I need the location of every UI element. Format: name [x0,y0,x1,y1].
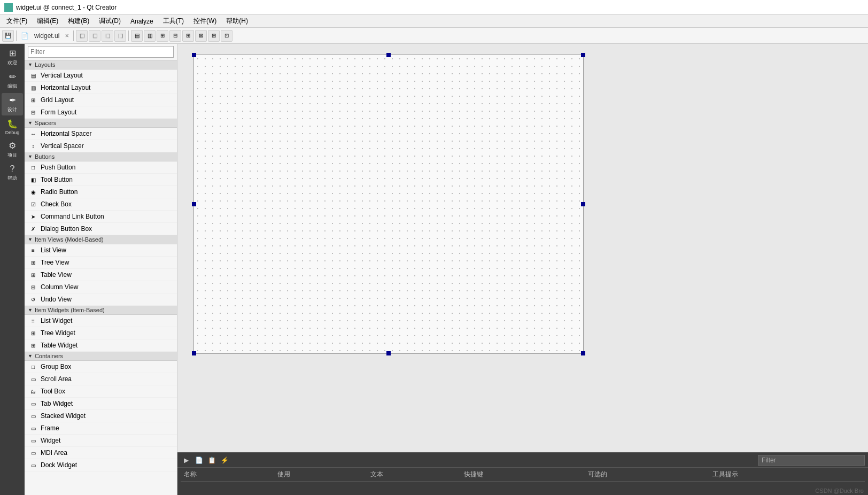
main-layout: ⊞欢迎✏编辑✒设计🐛Debug⚙项目?帮助 ▼Layouts▤Vertical … [0,44,868,495]
handle-mr[interactable] [581,202,585,206]
tb-btn-1[interactable]: ⬚ [76,30,88,42]
menu-bar: 文件(F)编辑(E)构建(B)调试(D)Analyze工具(T)控件(W)帮助(… [0,15,868,28]
widget-item-DockWidget[interactable]: ▭Dock Widget [25,459,177,471]
sidebar-item-help[interactable]: ?帮助 [2,162,23,184]
widget-icon-TableWidget: ⊞ [29,341,37,350]
widget-item-ColumnView[interactable]: ⊟Column View [25,281,177,293]
widget-item-CheckBox[interactable]: ☑Check Box [25,198,177,211]
widget-item-RadioButton[interactable]: ◉Radio Button [25,186,177,198]
bottom-table: 名称使用文本快捷键可选的工具提示 [177,468,868,495]
btm-btn-1[interactable]: ▶ [181,455,191,466]
handle-tl[interactable] [192,53,196,57]
widget-filter-input[interactable] [28,46,174,58]
bottom-panel: ▶ 📄 📋 ⚡ 名称使用文本快捷键可选的工具提示 [177,452,868,495]
widget-item-ListView[interactable]: ≡List View [25,244,177,257]
tb-layout-2[interactable]: ▥ [144,30,156,42]
sidebar-item-welcome[interactable]: ⊞欢迎 [2,46,23,68]
widget-item-TabWidget[interactable]: ▭Tab Widget [25,398,177,410]
handle-tr[interactable] [581,53,585,57]
action-table: 名称使用文本快捷键可选的工具提示 [181,468,865,482]
widget-item-HorizontalSpacer[interactable]: ↔Horizontal Spacer [25,128,177,140]
tb-file-name[interactable]: widget.ui [32,32,61,40]
left-icon-bar: ⊞欢迎✏编辑✒设计🐛Debug⚙项目?帮助 [0,44,25,495]
menu-item-E[interactable]: 编辑(E) [33,16,63,27]
widget-item-TableView[interactable]: ⊞Table View [25,269,177,281]
col-header-使用: 使用 [274,468,368,482]
widget-item-UndoView[interactable]: ↺Undo View [25,293,177,306]
tb-layout-1[interactable]: ▤ [131,30,143,42]
menu-item-F[interactable]: 文件(F) [2,16,32,27]
widget-icon-ScrollArea: ▭ [29,375,37,383]
design-canvas[interactable] [193,55,584,354]
widget-item-Widget[interactable]: ▭Widget [25,435,177,447]
widget-item-ToolButton[interactable]: ◧Tool Button [25,174,177,186]
widget-icon-StackedWidget: ▭ [29,412,37,420]
bottom-filter-input[interactable] [758,455,865,466]
menu-item-Analyze[interactable]: Analyze [126,17,158,26]
widget-item-TreeView[interactable]: ⊞Tree View [25,257,177,269]
widget-item-GridLayout[interactable]: ⊞Grid Layout [25,94,177,106]
widget-icon-CommandLinkButton: ➤ [29,212,37,221]
tb-btn-2[interactable]: ⬚ [89,30,100,42]
widget-item-TableWidget[interactable]: ⊞Table Widget [25,339,177,352]
widget-item-TreeWidget[interactable]: ⊞Tree Widget [25,327,177,339]
tb-layout-3[interactable]: ⊞ [157,30,168,42]
menu-item-B[interactable]: 构建(B) [64,16,94,27]
tb-file-close[interactable]: × [63,32,71,40]
btm-btn-2[interactable]: 📄 [193,455,204,466]
widget-category-ItemViewsModelBased[interactable]: ▼Item Views (Model-Based) [25,235,177,244]
canvas-area: ▶ 📄 📋 ⚡ 名称使用文本快捷键可选的工具提示 CSDN @Duck B [177,44,868,495]
sidebar-item-design[interactable]: ✒设计 [2,93,23,115]
tb-file-icon: 📄 [19,32,31,40]
widget-item-StackedWidget[interactable]: ▭Stacked Widget [25,410,177,422]
handle-br[interactable] [581,351,585,355]
menu-item-H[interactable]: 帮助(H) [222,16,252,27]
tb-layout-4[interactable]: ⊟ [169,30,181,42]
widget-item-VerticalSpacer[interactable]: ↕Vertical Spacer [25,140,177,152]
widget-icon-FormLayout: ⊟ [29,108,37,117]
btm-btn-3[interactable]: 📋 [206,455,217,466]
widget-item-GroupBox[interactable]: □Group Box [25,361,177,373]
handle-bl[interactable] [192,351,196,355]
title-text: widget.ui @ connect_1 - Qt Creator [16,4,117,11]
tb-btn-3[interactable]: ⬚ [102,30,113,42]
widget-item-ToolBox[interactable]: 🗂Tool Box [25,385,177,398]
widget-item-Frame[interactable]: ▭Frame [25,422,177,435]
widget-category-Buttons[interactable]: ▼Buttons [25,152,177,161]
widget-item-HorizontalLayout[interactable]: ▥Horizontal Layout [25,82,177,94]
status-bar: CSDN @Duck Bro [811,486,868,495]
tb-layout-7[interactable]: ⊞ [208,30,220,42]
tb-btn-4[interactable]: ⬚ [114,30,126,42]
handle-bc[interactable] [386,351,391,355]
widget-icon-MDIArea: ▭ [29,448,37,457]
widget-item-VerticalLayout[interactable]: ▤Vertical Layout [25,69,177,82]
sidebar-item-project[interactable]: ⚙项目 [2,138,23,161]
widget-category-Layouts[interactable]: ▼Layouts [25,60,177,69]
tb-layout-8[interactable]: ⊡ [221,30,232,42]
tb-layout-6[interactable]: ⊠ [195,30,207,42]
widget-panel: ▼Layouts▤Vertical Layout▥Horizontal Layo… [25,44,177,495]
widget-category-ItemWidgetsItemBased[interactable]: ▼Item Widgets (Item-Based) [25,306,177,315]
handle-tc[interactable] [386,53,391,57]
tb-layout-5[interactable]: ⊞ [182,30,194,42]
sidebar-item-debug[interactable]: 🐛Debug [2,117,23,137]
menu-item-W[interactable]: 控件(W) [189,16,221,27]
widget-item-ScrollArea[interactable]: ▭Scroll Area [25,373,177,385]
widget-item-DialogButtonBox[interactable]: ✗Dialog Button Box [25,223,177,235]
widget-item-PushButton[interactable]: □Push Button [25,161,177,174]
col-header-工具提示: 工具提示 [709,468,865,482]
widget-category-Spacers[interactable]: ▼Spacers [25,119,177,128]
menu-item-D[interactable]: 调试(D) [95,16,125,27]
sidebar-item-edit[interactable]: ✏编辑 [2,69,23,92]
widget-item-MDIArea[interactable]: ▭MDI Area [25,447,177,459]
widget-icon-ListView: ≡ [29,246,37,254]
btm-btn-4[interactable]: ⚡ [219,455,230,466]
widget-category-Containers[interactable]: ▼Containers [25,352,177,361]
menu-item-T[interactable]: 工具(T) [159,16,188,27]
widget-item-ListWidget[interactable]: ≡List Widget [25,315,177,327]
toolbar: 💾 📄 widget.ui × ⬚ ⬚ ⬚ ⬚ ▤ ▥ ⊞ ⊟ ⊞ ⊠ ⊞ ⊡ [0,28,868,44]
tb-save[interactable]: 💾 [2,30,14,42]
widget-item-FormLayout[interactable]: ⊟Form Layout [25,106,177,119]
handle-ml[interactable] [192,202,196,206]
widget-item-CommandLinkButton[interactable]: ➤Command Link Button [25,211,177,223]
